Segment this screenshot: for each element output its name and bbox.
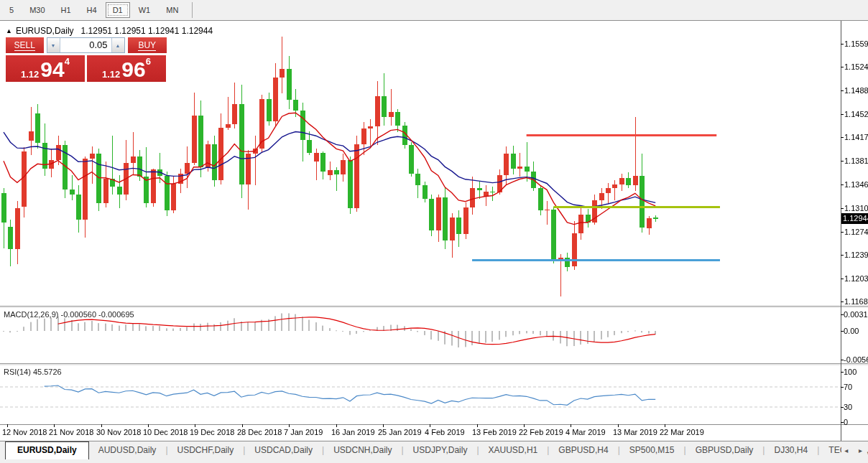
- date-axis-label: 4 Feb 2019: [425, 428, 465, 436]
- macd-axis-label: -0.00566: [844, 355, 868, 364]
- chart-title: ▲EURUSD,Daily1.12951 1.12951 1.12941 1.1…: [6, 26, 213, 36]
- macd-axis-label: 0.003177: [844, 310, 868, 319]
- rsi-axis-label: 0: [844, 418, 848, 426]
- price-axis-label: 1.12390: [844, 251, 868, 259]
- date-axis-label: 30 Nov 2018: [96, 428, 141, 436]
- up-triangle-icon: ▲: [6, 27, 12, 34]
- rsi-axis-label: 100: [844, 368, 857, 376]
- chart-tab-bar: EURUSD,DailyAUDUSD,Daily|USDCHF,Daily|US…: [0, 441, 868, 463]
- tab-scroll-arrows[interactable]: ◂ ▸: [841, 446, 867, 454]
- volume-increase-icon[interactable]: ▲: [111, 38, 124, 52]
- price-axis-label: 1.14520: [844, 110, 868, 118]
- date-axis-label: 22 Feb 2019: [519, 428, 563, 436]
- chart-tab-DJ30-H4[interactable]: DJ30,H4: [765, 441, 817, 455]
- price-axis-label: 1.13100: [844, 204, 868, 212]
- chart-symbol-label: EURUSD,Daily: [16, 26, 74, 36]
- volume-decrease-icon[interactable]: ▼: [47, 38, 60, 52]
- chart-canvas[interactable]: [0, 21, 868, 441]
- price-axis-label: 1.13460: [844, 180, 868, 189]
- chart-tab-XAUUSD-H1[interactable]: XAUUSD,H1: [479, 441, 548, 455]
- chart-tab-GBPUSD-H4[interactable]: GBPUSD,H4: [549, 441, 617, 455]
- date-axis-label: 19 Dec 2018: [190, 428, 234, 436]
- toolbar-separator: [192, 2, 193, 18]
- macd-axis-label: 0.00: [844, 327, 859, 335]
- date-axis-label: 4 Mar 2019: [565, 428, 606, 436]
- buy-button[interactable]: BUY: [128, 37, 167, 53]
- chart-tab-USDJPY-Daily[interactable]: USDJPY,Daily: [404, 441, 477, 455]
- date-axis-label: 16 Jan 2019: [331, 428, 375, 436]
- macd-indicator-label: MACD(12,26,9) -0.000560 -0.000695: [4, 310, 134, 319]
- rsi-axis-label: 30: [844, 403, 852, 411]
- chart-window: ▲EURUSD,Daily1.12951 1.12951 1.12941 1.1…: [0, 20, 868, 441]
- sell-price-display[interactable]: 1.12 94 4: [6, 55, 85, 82]
- volume-input[interactable]: 0.05: [60, 38, 111, 52]
- price-axis-label: 1.12030: [844, 274, 868, 283]
- timeframe-button-5[interactable]: 5: [2, 2, 21, 18]
- price-axis-label: 1.15590: [844, 39, 868, 48]
- price-axis-label: 1.13810: [844, 156, 868, 165]
- rsi-indicator-label: RSI(14) 45.5726: [4, 368, 62, 376]
- buy-price-display[interactable]: 1.12 96 6: [87, 55, 166, 82]
- date-axis-label: 7 Jan 2019: [284, 428, 323, 436]
- chart-tab-GBPUSD-Daily[interactable]: GBPUSD,Daily: [686, 441, 763, 455]
- rsi-axis-label: 70: [844, 383, 852, 391]
- chart-tab-AUDUSD-Daily[interactable]: AUDUSD,Daily: [89, 441, 166, 455]
- sell-button[interactable]: SELL: [6, 37, 44, 53]
- one-click-trade-panel: SELL ▼ 0.05 ▲ BUY 1.12 94 4 1.12 96 6: [6, 37, 167, 82]
- date-axis-label: 10 Dec 2018: [143, 428, 188, 436]
- date-axis-label: 12 Nov 2018: [2, 428, 47, 436]
- date-axis-label: 13 Feb 2019: [472, 428, 517, 436]
- volume-stepper: ▼ 0.05 ▲: [47, 37, 125, 53]
- price-axis-label: 1.14170: [844, 133, 868, 141]
- date-axis-label: 13 Mar 2019: [613, 428, 657, 436]
- timeframe-button-H4[interactable]: H4: [80, 2, 104, 18]
- timeframe-button-M30[interactable]: M30: [22, 2, 52, 18]
- price-axis-label: 1.11680: [844, 297, 868, 306]
- timeframe-button-W1[interactable]: W1: [131, 2, 158, 18]
- price-axis-label: 1.14880: [844, 86, 868, 95]
- timeframe-toolbar: 5M30H1H4D1W1MN: [0, 0, 868, 20]
- timeframe-button-H1[interactable]: H1: [54, 2, 78, 18]
- timeframe-button-MN[interactable]: MN: [159, 2, 185, 18]
- date-axis-label: 21 Nov 2018: [49, 428, 93, 436]
- chart-tab-USDCHF-Daily[interactable]: USDCHF,Daily: [168, 441, 244, 455]
- price-axis-label: 1.15240: [844, 62, 868, 71]
- timeframe-button-D1[interactable]: D1: [106, 2, 130, 18]
- date-axis-label: 25 Jan 2019: [378, 428, 422, 436]
- chart-tab-USDCAD-Daily[interactable]: USDCAD,Daily: [245, 441, 322, 455]
- chart-tab-SP500-M15[interactable]: SP500,M15: [620, 441, 684, 455]
- date-axis-label: 22 Mar 2019: [660, 428, 704, 436]
- current-price-badge: 1.12944: [841, 213, 868, 224]
- chart-tab-EURUSD-Daily[interactable]: EURUSD,Daily: [5, 441, 89, 459]
- price-axis-label: 1.12740: [844, 228, 868, 236]
- trading-terminal: { "toolbar": { "timeframes": [ {"label":…: [0, 0, 868, 463]
- date-axis-label: 28 Dec 2018: [237, 428, 282, 436]
- chart-tab-USDCNH-Daily[interactable]: USDCNH,Daily: [324, 441, 401, 455]
- chart-ohlc-values: 1.12951 1.12951 1.12941 1.12944: [81, 26, 213, 36]
